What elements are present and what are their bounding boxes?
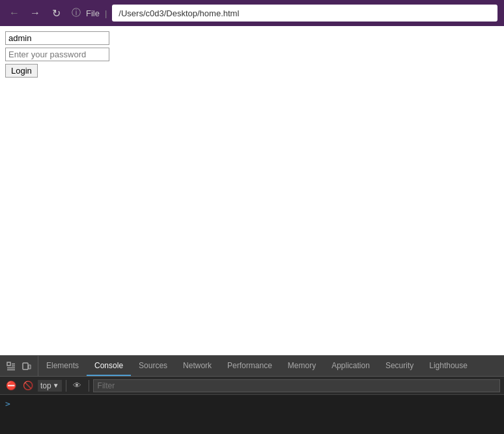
username-input[interactable] [5, 31, 109, 45]
svg-rect-0 [7, 362, 10, 366]
tab-elements[interactable]: Elements [38, 356, 87, 376]
tab-network[interactable]: Network [175, 356, 219, 376]
login-button[interactable]: Login [5, 64, 38, 78]
toolbar-divider-2 [89, 380, 89, 392]
file-label: File [86, 8, 100, 18]
url-text: /Users/c0d3/Desktop/home.html [119, 8, 239, 18]
address-bar[interactable]: /Users/c0d3/Desktop/home.html [112, 5, 497, 22]
info-icon: ⓘ [72, 7, 81, 19]
tab-memory[interactable]: Memory [280, 356, 324, 376]
svg-rect-5 [23, 363, 28, 369]
back-button[interactable]: ← [7, 5, 22, 21]
page-content: Login [0, 26, 504, 355]
devtools-console-bar: ⛔ 🚫 top ▼ 👁 [0, 377, 504, 395]
console-output: > [0, 395, 504, 434]
device-toolbar-button[interactable] [20, 359, 34, 373]
devtools-toolbar-icons [0, 356, 38, 376]
eye-button[interactable]: 👁 [70, 379, 85, 393]
toolbar-divider [66, 380, 66, 392]
reload-button[interactable]: ↻ [48, 5, 64, 21]
url-separator: | [105, 8, 107, 18]
tab-performance[interactable]: Performance [219, 356, 280, 376]
devtools-panel: Elements Console Sources Network Perform… [0, 355, 504, 434]
tab-security[interactable]: Security [378, 356, 421, 376]
context-dropdown-icon: ▼ [53, 382, 59, 389]
svg-rect-6 [29, 365, 31, 369]
tab-console[interactable]: Console [87, 356, 131, 376]
context-selector[interactable]: top ▼ [38, 380, 62, 392]
console-filter-input[interactable] [93, 379, 500, 392]
block-icon-button[interactable]: 🚫 [21, 379, 35, 393]
devtools-tab-bar: Elements Console Sources Network Perform… [0, 356, 504, 377]
browser-bar: ← → ↻ ⓘ File | /Users/c0d3/Desktop/home.… [0, 0, 504, 26]
clear-console-button[interactable]: ⛔ [4, 379, 18, 393]
forward-button[interactable]: → [27, 5, 43, 21]
inspect-element-button[interactable] [4, 359, 18, 373]
tab-sources[interactable]: Sources [131, 356, 175, 376]
console-prompt: > [5, 399, 10, 409]
tab-application[interactable]: Application [324, 356, 378, 376]
password-input[interactable] [5, 48, 109, 61]
tab-lighthouse[interactable]: Lighthouse [421, 356, 475, 376]
